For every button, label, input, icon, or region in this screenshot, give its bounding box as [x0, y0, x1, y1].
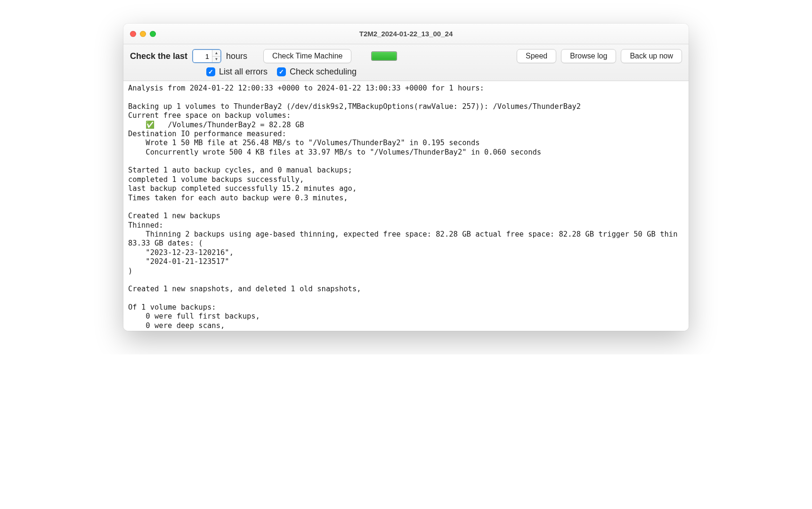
stepper-arrows: ▲ ▼: [212, 50, 220, 62]
check-last-label: Check the last: [130, 51, 187, 61]
list-errors-label: List all errors: [219, 67, 268, 77]
check-scheduling-checkbox[interactable]: ✓ Check scheduling: [277, 67, 357, 77]
minimize-icon[interactable]: [140, 31, 146, 37]
check-time-machine-button[interactable]: Check Time Machine: [263, 49, 351, 63]
hours-input[interactable]: [193, 50, 212, 62]
stepper-up-icon[interactable]: ▲: [212, 50, 220, 57]
status-indicator: [371, 51, 397, 61]
speed-button[interactable]: Speed: [517, 49, 556, 63]
hours-stepper[interactable]: ▲ ▼: [192, 49, 221, 63]
titlebar: T2M2_2024-01-22_13_00_24: [123, 24, 689, 44]
list-errors-checkbox[interactable]: ✓ List all errors: [206, 67, 268, 77]
stepper-down-icon[interactable]: ▼: [212, 57, 220, 63]
checkmark-icon: ✓: [277, 67, 286, 76]
browse-log-button[interactable]: Browse log: [561, 49, 616, 63]
zoom-icon[interactable]: [150, 31, 156, 37]
toolbar: Check the last ▲ ▼ hours Check Time Mach…: [123, 44, 689, 81]
close-icon[interactable]: [130, 31, 136, 37]
checkmark-icon: ✓: [206, 67, 215, 76]
hours-unit-label: hours: [226, 51, 247, 61]
app-window: T2M2_2024-01-22_13_00_24 Check the last …: [123, 24, 689, 331]
backup-now-button[interactable]: Back up now: [621, 49, 682, 63]
log-output[interactable]: Analysis from 2024-01-22 12:00:33 +0000 …: [123, 81, 689, 331]
toolbar-row-options: ✓ List all errors ✓ Check scheduling: [206, 67, 682, 77]
toolbar-row-main: Check the last ▲ ▼ hours Check Time Mach…: [130, 49, 682, 63]
check-scheduling-label: Check scheduling: [290, 67, 357, 77]
traffic-lights: [130, 31, 156, 37]
window-title: T2M2_2024-01-22_13_00_24: [123, 30, 689, 38]
